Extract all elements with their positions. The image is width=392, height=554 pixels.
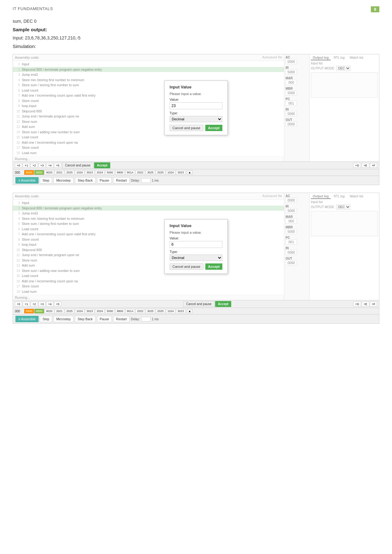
sim1-modal-type-label: Type: xyxy=(170,111,222,115)
sim2-step-d[interactable]: +D xyxy=(353,302,361,306)
sim1-pause-button[interactable]: Pause xyxy=(97,177,112,184)
sim1-step-f[interactable]: +F xyxy=(370,163,377,168)
sim2-accept-bar[interactable]: Accept xyxy=(215,301,231,307)
sim2-modal-buttons: Cancel and pause Accept xyxy=(170,263,222,270)
sim1-toolbar: ≡ Assemble Step Microstep Step Back Paus… xyxy=(13,176,379,185)
memory-cell-10: 901A xyxy=(125,170,135,175)
sim2-accept-button[interactable]: Accept xyxy=(205,263,223,270)
sim2-step-1[interactable]: +1 xyxy=(23,302,30,306)
sim1-accept-bar[interactable]: Accept xyxy=(94,162,110,168)
sim2-step-4[interactable]: +4 xyxy=(46,302,53,306)
sim1-assemble-button[interactable]: ≡ Assemble xyxy=(15,177,39,184)
sim1-stepback-button[interactable]: Step Back xyxy=(75,177,96,184)
memory-cell-14: 1024 xyxy=(166,309,175,313)
memory-cell-5: 1024 xyxy=(75,170,84,175)
sim1-step-2[interactable]: +2 xyxy=(31,163,38,168)
sim2-step-e[interactable]: +E xyxy=(362,302,369,306)
sim2-step-button[interactable]: Step xyxy=(40,316,52,322)
page-header: IT FUNDAMENTALS 9 xyxy=(13,6,379,12)
memory-scroll-button[interactable]: ▲ xyxy=(187,309,193,313)
sim2-step-3[interactable]: +3 xyxy=(39,302,46,306)
memory-cell-12: 3025 xyxy=(146,170,155,175)
memory-cell-11: 2022 xyxy=(136,170,145,175)
sim1-restart-button[interactable]: Restart xyxy=(113,177,130,184)
sim2-modal-type-select[interactable]: Decimal Hexadecimal Binary xyxy=(170,255,222,261)
sim1-cancel-pause-button[interactable]: Cancel and pause xyxy=(170,125,203,131)
page-title: IT FUNDAMENTALS xyxy=(13,6,53,11)
sim2-step-buttons: +0 +1 +2 +3 +4 +5 xyxy=(15,302,61,306)
sim2-delay-ms: 1 ms xyxy=(152,317,159,321)
sim1-delay-input[interactable] xyxy=(141,178,151,183)
memory-cell-7: 2024 xyxy=(95,170,105,175)
sim2-modal-box: Input Value Please input a value. Value:… xyxy=(164,219,228,274)
sim1-step-4[interactable]: +4 xyxy=(46,163,53,168)
memory-cell-4: 2025 xyxy=(65,309,74,313)
memory-cell-11: 2022 xyxy=(136,309,145,313)
sim2-step-0[interactable]: +0 xyxy=(15,302,22,306)
memory-scroll-button[interactable]: ▲ xyxy=(187,170,193,175)
sim2-step-f[interactable]: +F xyxy=(370,302,377,306)
sim1-delay-ms: 1 ms xyxy=(152,179,159,182)
sim2-delay-input[interactable] xyxy=(141,317,151,322)
memory-cell-13: 2025 xyxy=(156,170,165,175)
memory-cell-0: 5000 xyxy=(24,170,34,175)
memory-cell-0: 5000 xyxy=(24,309,34,313)
sim2-modal-value-label: Value: xyxy=(170,236,222,240)
sim1-microstep-button[interactable]: Microstep xyxy=(53,177,74,184)
sim2-cancel-pause-center: Cancel and pause Accept xyxy=(62,301,352,307)
memory-cell-1: 8800 xyxy=(34,170,44,175)
memory-cell-2: 9020 xyxy=(45,170,54,175)
simulator-1: Assembly code: Autosaved file 1Input2Ski… xyxy=(13,54,379,185)
sim2-toolbar: ≡ Assemble Step Microstep Step Back Paus… xyxy=(13,314,379,323)
memory-cell-6: 3023 xyxy=(85,170,94,175)
sim1-modal-type-select[interactable]: Decimal Hexadecimal Binary xyxy=(170,116,222,122)
sim1-step-button[interactable]: Step xyxy=(40,177,52,184)
memory-label: 000 xyxy=(15,171,22,174)
sim1-step-e[interactable]: +E xyxy=(362,163,369,168)
sim1-step-d[interactable]: +D xyxy=(353,163,361,168)
sim2-memory-bar: 0005000880090202021202510243023202450008… xyxy=(13,308,379,314)
sim1-memory-bar: 0005000880090202021202510243023202450008… xyxy=(13,169,379,176)
memory-label: 000 xyxy=(15,310,22,313)
sim2-modal-type-label: Type: xyxy=(170,250,222,254)
memory-cell-1: 8800 xyxy=(34,309,44,313)
sim2-modal-overlay: Input Value Please input a value. Value:… xyxy=(13,193,379,300)
memory-cell-2: 9020 xyxy=(45,309,54,313)
sim1-accept-button[interactable]: Accept xyxy=(205,125,223,131)
sim1-step-5[interactable]: +5 xyxy=(54,163,61,168)
sim1-modal-box: Input Value Please input a value. Value:… xyxy=(164,81,228,135)
sim2-restart-button[interactable]: Restart xyxy=(113,316,130,322)
sim2-cancel-pause-bar[interactable]: Cancel and pause xyxy=(183,301,214,307)
sim1-step-0[interactable]: +0 xyxy=(15,163,22,168)
memory-cell-9: 8800 xyxy=(115,309,125,313)
input-line: Input: 23,6,78,36,3,250,127,210,-5 xyxy=(13,35,379,40)
memory-cell-9: 8800 xyxy=(115,170,125,175)
sim1-delay-label: Delay: xyxy=(131,179,140,182)
memory-cell-3: 2021 xyxy=(55,309,64,313)
sim2-microstep-button[interactable]: Microstep xyxy=(53,316,74,322)
sim2-modal-value-input[interactable] xyxy=(170,241,222,248)
sim2-step-5[interactable]: +5 xyxy=(54,302,61,306)
sim2-pause-button[interactable]: Pause xyxy=(97,316,112,322)
sim2-stepback-button[interactable]: Step Back xyxy=(75,316,96,322)
simulator-2: Assembly code: Autosaved file 1Input2Ski… xyxy=(13,193,379,324)
sim2-cancel-pause-button[interactable]: Cancel and pause xyxy=(170,263,203,270)
sim1-step-buttons: +0 +1 +2 +3 +4 +5 xyxy=(15,163,61,168)
sim1-modal-value-label: Value: xyxy=(170,98,222,101)
memory-cell-8: 5000 xyxy=(105,309,115,313)
memory-cell-6: 3023 xyxy=(85,309,94,313)
sim1-modal-value-input[interactable] xyxy=(170,102,222,109)
page-number: 9 xyxy=(371,6,379,12)
sample-output-label: Sample output: xyxy=(13,27,379,32)
sim1-cancel-pause-bar[interactable]: Cancel and pause xyxy=(62,162,93,168)
sim1-step-3[interactable]: +3 xyxy=(39,163,46,168)
sim2-step-2[interactable]: +2 xyxy=(31,302,38,306)
sim1-modal-buttons: Cancel and pause Accept xyxy=(170,125,222,131)
sim2-assemble-button[interactable]: ≡ Assemble xyxy=(15,316,39,322)
memory-cell-8: 5000 xyxy=(105,170,115,175)
sim1-modal-overlay: Input Value Please input a value. Value:… xyxy=(13,54,379,161)
memory-cell-4: 2025 xyxy=(65,170,74,175)
sim1-modal-description: Please input a value. xyxy=(170,92,222,96)
sim1-step-1[interactable]: +1 xyxy=(23,163,30,168)
sim2-extra-step-buttons: +D +E +F xyxy=(353,302,377,306)
